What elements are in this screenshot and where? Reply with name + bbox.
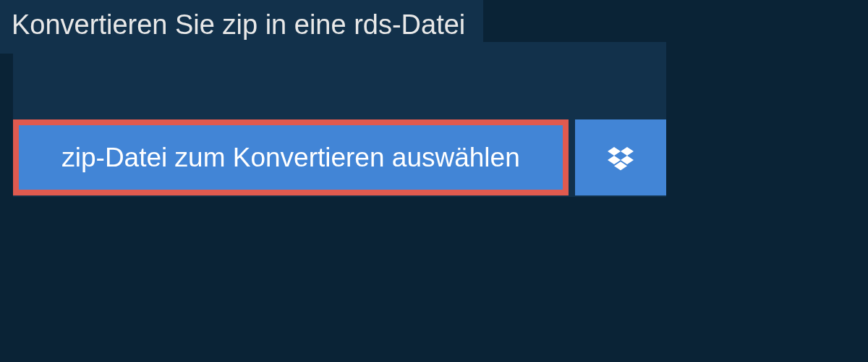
dropbox-button[interactable] [575,119,666,195]
button-row: zip-Datei zum Konvertieren auswählen [13,119,666,195]
page-title: Konvertieren Sie zip in eine rds-Datei [12,9,465,40]
title-bar: Konvertieren Sie zip in eine rds-Datei [0,0,483,54]
select-file-label: zip-Datei zum Konvertieren auswählen [61,143,519,173]
dropbox-icon [608,145,634,171]
select-file-button[interactable]: zip-Datei zum Konvertieren auswählen [13,119,569,195]
